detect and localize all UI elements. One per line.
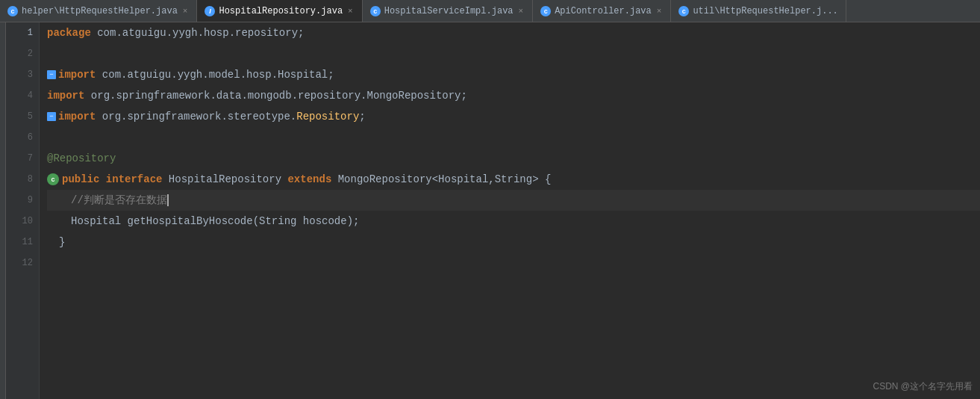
tab-label: HospitalRepository.java <box>219 6 343 16</box>
tab-label: helper\HttpRequestHelper.java <box>22 6 178 16</box>
keyword-import-4: import <box>47 90 84 102</box>
interface-name: HospitalRepository <box>162 173 287 185</box>
tab-bar: c helper\HttpRequestHelper.java × I Hosp… <box>0 0 980 22</box>
tab-api-controller[interactable]: c ApiController.java × <box>533 0 671 22</box>
line-num-10: 10 <box>22 211 33 232</box>
watermark: CSDN @这个名字先用看 <box>873 380 973 393</box>
line-num-11: 11 <box>22 232 33 253</box>
import-path-3: com.atguigu.yygh.model.hosp.Hospital; <box>96 69 334 81</box>
keyword-import-3: import <box>58 69 96 81</box>
tab-close-icon[interactable]: × <box>517 7 525 16</box>
closing-brace: } <box>59 236 65 248</box>
tab-icon-i: I <box>205 6 215 16</box>
parent-class: MongoRepository<Hospital,String> { <box>331 173 551 185</box>
line-num-12: 12 <box>22 253 33 273</box>
tab-icon-c: c <box>7 6 18 16</box>
tab-label: util\HttpRequestHelper.j... <box>693 6 837 16</box>
code-line-3: − import com.atguigu.yygh.model.hosp.Hos… <box>47 64 980 85</box>
tab-hospital-repo[interactable]: I HospitalRepository.java × <box>197 0 362 22</box>
line-num-2: 2 <box>28 43 33 64</box>
line-num-5: 5 <box>28 106 33 127</box>
fold-icon-5[interactable]: − <box>47 112 56 121</box>
annotation-repo: @Repository <box>47 152 116 164</box>
code-line-11: } <box>47 232 980 253</box>
left-bar <box>0 22 6 399</box>
line-num-4: 4 <box>28 85 33 106</box>
tab-close-icon[interactable]: × <box>346 7 355 16</box>
import-path-5: org.springframework.stereotype. <box>96 111 296 123</box>
code-line-9: //判断是否存在数据 <box>47 190 980 211</box>
code-line-5: − import org.springframework.stereotype.… <box>47 106 980 127</box>
code-line-7: @Repository <box>47 148 980 169</box>
tab-close-icon[interactable]: × <box>181 7 190 16</box>
tab-label: HospitalServiceImpl.java <box>384 6 514 16</box>
keyword-extends: extends <box>287 173 331 185</box>
import-semi-5: ; <box>359 111 365 123</box>
tab-icon-c: c <box>370 6 381 16</box>
code-line-10: Hospital getHospitalByHoscode(String hos… <box>47 211 980 232</box>
code-line-4: import org.springframework.data.mongodb.… <box>47 85 980 106</box>
code-line-6 <box>47 127 980 148</box>
tab-icon-c: c <box>678 6 689 16</box>
tab-close-icon[interactable]: × <box>655 7 664 16</box>
package-path: com.atguigu.yygh.hosp.repository; <box>91 27 305 39</box>
line-num-1: 1 <box>28 22 33 43</box>
fold-icon-3[interactable]: − <box>47 70 56 79</box>
keyword-import-5: import <box>58 111 96 123</box>
class-icon-8: c <box>47 173 59 185</box>
text-cursor <box>167 194 169 206</box>
keyword-package: package <box>47 27 91 39</box>
line-num-9: 9 <box>28 190 33 211</box>
gutter: 1 2 3 4 5 6 7 8 9 10 11 12 <box>6 22 40 399</box>
comment-line-9: //判断是否存在数据 <box>71 194 167 207</box>
line-num-6: 6 <box>28 127 33 148</box>
tab-icon-c: c <box>540 6 551 16</box>
code-area[interactable]: package com.atguigu.yygh.hosp.repository… <box>40 22 980 399</box>
keyword-public: public <box>62 173 99 185</box>
code-line-2 <box>47 43 980 64</box>
code-line-12 <box>47 253 980 273</box>
tab-label: ApiController.java <box>555 6 652 16</box>
code-line-1: package com.atguigu.yygh.hosp.repository… <box>47 22 980 43</box>
import-path-4: org.springframework.data.mongodb.reposit… <box>84 90 466 102</box>
method-line-10: Hospital getHospitalByHoscode(String hos… <box>71 215 359 227</box>
editor-area: 1 2 3 4 5 6 7 8 9 10 11 12 package com.a… <box>0 22 980 399</box>
line-num-7: 7 <box>28 148 33 169</box>
keyword-interface: interface <box>99 173 162 185</box>
code-line-8: c public interface HospitalRepository ex… <box>47 169 980 190</box>
line-num-3: 3 <box>28 64 33 85</box>
tab-helper[interactable]: c helper\HttpRequestHelper.java × <box>0 0 197 22</box>
tab-hospital-service[interactable]: c HospitalServiceImpl.java × <box>363 0 533 22</box>
import-repo-name: Repository <box>296 111 359 123</box>
line-num-8: 8 <box>28 169 33 190</box>
tab-util-helper[interactable]: c util\HttpRequestHelper.j... <box>671 0 846 22</box>
